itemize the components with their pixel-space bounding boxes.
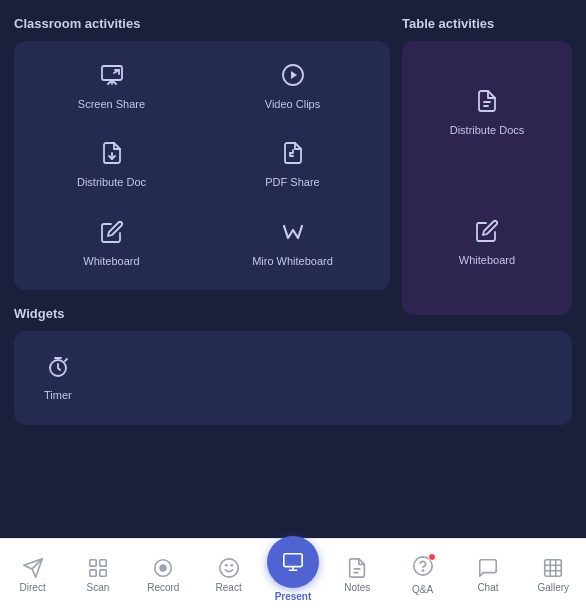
nav-present-btn[interactable] <box>267 536 319 588</box>
miro-whiteboard-icon <box>281 220 305 248</box>
scan-icon <box>87 557 109 579</box>
qa-badge <box>428 553 436 561</box>
table-section: Table activities Distribute Docs <box>402 16 572 290</box>
pdf-share-item[interactable]: PDF Share <box>205 129 380 201</box>
nav-chat[interactable]: Chat <box>461 551 515 599</box>
distribute-doc-label: Distribute Doc <box>77 175 146 189</box>
nav-gallery-label: Gallery <box>537 582 569 593</box>
pdf-share-icon <box>281 141 305 169</box>
svg-marker-4 <box>291 71 297 79</box>
nav-chat-label: Chat <box>477 582 498 593</box>
table-grid: Distribute Docs Whiteboard <box>402 41 572 315</box>
svg-line-8 <box>65 359 67 361</box>
widgets-grid: Timer <box>14 331 572 425</box>
classroom-section: Classroom activities Screen Share <box>14 16 390 290</box>
distribute-doc-item[interactable]: Distribute Doc <box>24 129 199 201</box>
whiteboard-classroom-icon <box>100 220 124 248</box>
whiteboard-table-item[interactable]: Whiteboard <box>412 181 562 305</box>
nav-direct-label: Direct <box>20 582 46 593</box>
svg-rect-12 <box>100 569 106 575</box>
classroom-title: Classroom activities <box>14 16 390 31</box>
whiteboard-classroom-item[interactable]: Whiteboard <box>24 208 199 280</box>
timer-label: Timer <box>44 389 72 401</box>
gallery-icon <box>542 557 564 579</box>
nav-notes[interactable]: Notes <box>330 551 384 599</box>
svg-rect-25 <box>545 559 562 576</box>
video-clips-item[interactable]: Video Clips <box>205 51 380 123</box>
svg-rect-10 <box>100 559 106 565</box>
nav-react-label: React <box>216 582 242 593</box>
nav-record-label: Record <box>147 582 179 593</box>
bottom-nav: Direct Scan Record React <box>0 538 586 610</box>
react-icon <box>218 557 240 579</box>
video-clips-icon <box>281 63 305 91</box>
screen-share-icon <box>100 63 124 91</box>
whiteboard-table-label: Whiteboard <box>459 253 515 267</box>
nav-qa-label: Q&A <box>412 584 433 595</box>
distribute-doc-icon <box>100 141 124 169</box>
distribute-docs-icon <box>475 89 499 117</box>
screen-share-item[interactable]: Screen Share <box>24 51 199 123</box>
nav-react[interactable]: React <box>202 551 256 599</box>
timer-icon <box>46 355 70 383</box>
nav-scan[interactable]: Scan <box>71 551 125 599</box>
svg-point-14 <box>160 564 167 571</box>
nav-notes-label: Notes <box>344 582 370 593</box>
direct-icon <box>22 557 44 579</box>
record-icon <box>152 557 174 579</box>
nav-scan-label: Scan <box>87 582 110 593</box>
nav-record[interactable]: Record <box>136 551 190 599</box>
classroom-grid: Screen Share Video Clips <box>14 41 390 290</box>
nav-direct[interactable]: Direct <box>6 551 60 599</box>
whiteboard-table-icon <box>475 219 499 247</box>
distribute-docs-item[interactable]: Distribute Docs <box>412 51 562 175</box>
miro-whiteboard-item[interactable]: Miro Whiteboard <box>205 208 380 280</box>
table-title: Table activities <box>402 16 572 31</box>
svg-point-15 <box>219 558 237 576</box>
svg-rect-11 <box>90 569 96 575</box>
distribute-docs-label: Distribute Docs <box>450 123 525 137</box>
nav-present-label: Present <box>275 591 312 602</box>
timer-item[interactable]: Timer <box>24 341 92 415</box>
main-content: Classroom activities Screen Share <box>0 0 586 538</box>
notes-icon <box>346 557 368 579</box>
present-icon <box>282 551 304 573</box>
svg-rect-9 <box>90 559 96 565</box>
pdf-share-label: PDF Share <box>265 175 319 189</box>
svg-rect-18 <box>284 553 302 566</box>
chat-icon <box>477 557 499 579</box>
video-clips-label: Video Clips <box>265 97 320 111</box>
nav-qa[interactable]: Q&A <box>396 549 450 601</box>
nav-present-wrapper[interactable]: Present <box>267 548 319 602</box>
widgets-section: Widgets Timer <box>14 306 572 425</box>
whiteboard-classroom-label: Whiteboard <box>83 254 139 268</box>
sections-row: Classroom activities Screen Share <box>14 16 572 290</box>
nav-gallery[interactable]: Gallery <box>526 551 580 599</box>
screen-share-label: Screen Share <box>78 97 145 111</box>
qa-icon-wrapper <box>412 555 434 581</box>
miro-whiteboard-label: Miro Whiteboard <box>252 254 333 268</box>
